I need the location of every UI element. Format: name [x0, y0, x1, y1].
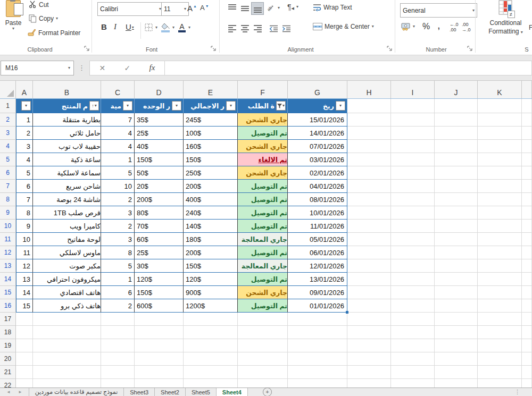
cell-D-20[interactable]: [135, 352, 184, 366]
cell-A-11[interactable]: 10: [16, 233, 33, 246]
cell-J-14[interactable]: [435, 273, 478, 286]
cell-A-20[interactable]: [16, 352, 33, 366]
cell-partial-4[interactable]: [522, 140, 532, 153]
cell-K-6[interactable]: [478, 166, 522, 180]
font-color-button[interactable]: A ▾: [178, 22, 190, 32]
cell-C-14[interactable]: 1: [101, 273, 135, 286]
cell-G-18[interactable]: [288, 326, 347, 339]
cell-J-22[interactable]: [435, 379, 478, 387]
cell-H-19[interactable]: [347, 339, 391, 352]
row-header-3[interactable]: 3: [0, 127, 16, 140]
cell-F-20[interactable]: [238, 352, 288, 366]
cell-D-5[interactable]: 150$: [135, 153, 184, 166]
cell-K-12[interactable]: [478, 246, 522, 259]
cell-F-18[interactable]: [238, 326, 288, 339]
column-header-E[interactable]: E: [184, 81, 238, 98]
cell-I-2[interactable]: [391, 113, 435, 127]
cell-C-11[interactable]: 3: [101, 233, 135, 246]
formula-bar-splitter[interactable]: ⋮: [78, 64, 85, 72]
row-header-10[interactable]: 10: [0, 220, 16, 233]
cell-G-19[interactable]: [288, 339, 347, 352]
filter-button-B-sort-asc-icon[interactable]: ↑▾: [89, 101, 99, 111]
cell-K-22[interactable]: [478, 379, 522, 387]
cell-J-4[interactable]: [435, 140, 478, 153]
cell-E-16[interactable]: 1200$: [184, 299, 238, 313]
cell-G-15[interactable]: 09/01/2026: [288, 286, 347, 299]
cell-H-13[interactable]: [347, 259, 391, 273]
cell-J-10[interactable]: [435, 220, 478, 233]
column-header-I[interactable]: I: [391, 81, 435, 98]
cell-F-16[interactable]: تم التوصيل: [238, 299, 288, 313]
cell-G-12[interactable]: 06/01/2026: [288, 246, 347, 259]
cell-A-16[interactable]: 15: [16, 299, 33, 313]
row-header-8[interactable]: 8: [0, 193, 16, 206]
row-header-6[interactable]: 6: [0, 166, 16, 180]
cell-E-17[interactable]: [184, 313, 238, 326]
cell-K-19[interactable]: [478, 339, 522, 352]
cell-J-16[interactable]: [435, 299, 478, 313]
cell-F-2[interactable]: جاري الشحن: [238, 113, 288, 127]
cell-D-8[interactable]: 200$: [135, 193, 184, 206]
cell-K-10[interactable]: [478, 220, 522, 233]
cell-A-3[interactable]: 2: [16, 127, 33, 140]
cell-J-3[interactable]: [435, 127, 478, 140]
cell-partial-6[interactable]: [522, 166, 532, 180]
cell-H-16[interactable]: [347, 299, 391, 313]
cell-K-21[interactable]: [478, 366, 522, 379]
cell-B-11[interactable]: لوحة مفاتيح: [33, 233, 101, 246]
cell-E-9[interactable]: 240$: [184, 206, 238, 220]
cell-K-1[interactable]: [478, 99, 522, 113]
cell-F-3[interactable]: تم التوصيل: [238, 127, 288, 140]
cell-E-21[interactable]: [184, 366, 238, 379]
cell-A-19[interactable]: [16, 339, 33, 352]
cell-I-1[interactable]: [391, 99, 435, 113]
cell-partial-9[interactable]: [522, 206, 532, 220]
insert-function-button[interactable]: fx: [149, 63, 155, 72]
cell-C-2[interactable]: 7: [101, 113, 135, 127]
cell-E-22[interactable]: [184, 379, 238, 387]
cell-F-12[interactable]: تم التوصيل: [238, 246, 288, 259]
cell-A-15[interactable]: 14: [16, 286, 33, 299]
column-header-partial[interactable]: [522, 81, 532, 98]
cell-I-11[interactable]: [391, 233, 435, 246]
cell-E-11[interactable]: 180$: [184, 233, 238, 246]
borders-button[interactable]: ▾: [145, 23, 157, 32]
column-header-G[interactable]: G: [288, 81, 347, 98]
row-header-5[interactable]: 5: [0, 153, 16, 166]
cell-C-10[interactable]: 2: [101, 220, 135, 233]
cell-G-9[interactable]: 10/01/2026: [288, 206, 347, 220]
cell-partial-21[interactable]: [522, 366, 532, 379]
cell-G-17[interactable]: [288, 313, 347, 326]
cell-partial-12[interactable]: [522, 246, 532, 259]
cell-partial-8[interactable]: [522, 193, 532, 206]
select-all-corner[interactable]: [0, 81, 16, 98]
sheet-tab-2[interactable]: Sheet3: [124, 388, 155, 396]
cell-C-8[interactable]: 2: [101, 193, 135, 206]
cell-I-3[interactable]: [391, 127, 435, 140]
cell-E-20[interactable]: [184, 352, 238, 366]
alignment-dialog-launcher[interactable]: [387, 46, 393, 52]
cell-B-9[interactable]: قرص صلب 1TB: [33, 206, 101, 220]
cell-partial-10[interactable]: [522, 220, 532, 233]
cell-D-15[interactable]: 150$: [135, 286, 184, 299]
cell-F-19[interactable]: [238, 339, 288, 352]
row-header-9[interactable]: 9: [0, 206, 16, 220]
decrease-decimal-button[interactable]: .00→.0: [462, 22, 471, 33]
cell-F-7[interactable]: تم التوصيل: [238, 180, 288, 193]
cell-B-2[interactable]: بطارية متنقلة: [33, 113, 101, 127]
cell-partial-11[interactable]: [522, 233, 532, 246]
cell-H-9[interactable]: [347, 206, 391, 220]
cell-A-7[interactable]: 6: [16, 180, 33, 193]
cell-J-2[interactable]: [435, 113, 478, 127]
sheet-tab-1[interactable]: نموذج تصميم قاعده بيانات موردين: [29, 388, 124, 396]
underline-button[interactable]: U▾: [126, 22, 134, 31]
cell-H-20[interactable]: [347, 352, 391, 366]
increase-indent-button[interactable]: [280, 22, 293, 35]
cell-I-5[interactable]: [391, 153, 435, 166]
cell-I-20[interactable]: [391, 352, 435, 366]
cell-J-7[interactable]: [435, 180, 478, 193]
cell-D-10[interactable]: 70$: [135, 220, 184, 233]
cell-G-14[interactable]: 13/01/2026: [288, 273, 347, 286]
cell-E-18[interactable]: [184, 326, 238, 339]
cell-F-9[interactable]: تم التوصيل: [238, 206, 288, 220]
